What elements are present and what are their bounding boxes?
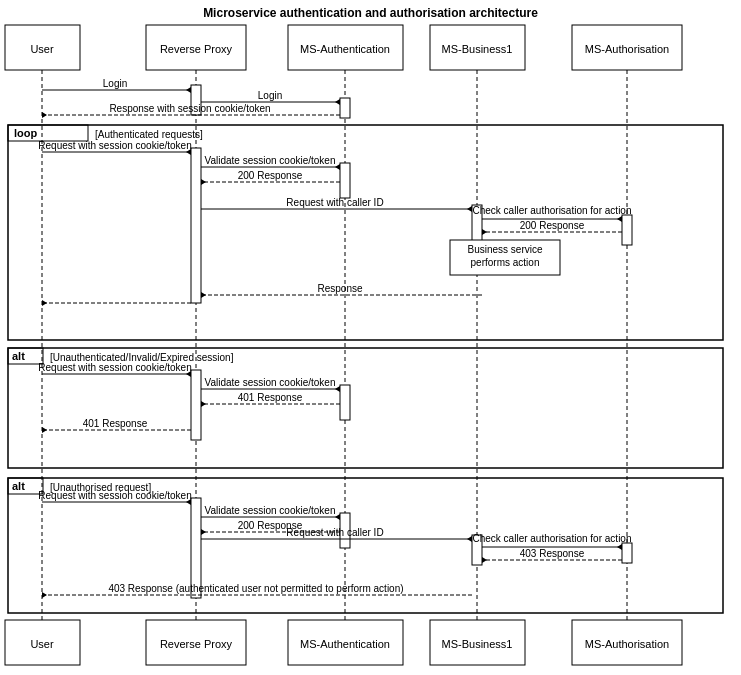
svg-marker-73 — [201, 401, 206, 407]
svg-text:Check caller authorisation for: Check caller authorisation for action — [473, 533, 632, 544]
svg-text:Response with session cookie/t: Response with session cookie/token — [109, 103, 270, 114]
svg-text:Login: Login — [103, 78, 127, 89]
svg-text:Login: Login — [258, 90, 282, 101]
svg-marker-47 — [617, 216, 622, 222]
svg-text:Request with session cookie/to: Request with session cookie/token — [38, 362, 191, 373]
svg-text:loop: loop — [14, 127, 37, 139]
svg-rect-65 — [340, 385, 350, 420]
svg-text:MS-Authorisation: MS-Authorisation — [585, 638, 669, 650]
svg-text:Validate session cookie/token: Validate session cookie/token — [204, 155, 335, 166]
svg-rect-31 — [340, 163, 350, 198]
svg-text:MS-Authentication: MS-Authentication — [300, 638, 390, 650]
svg-marker-99 — [617, 544, 622, 550]
svg-text:Request with session cookie/to: Request with session cookie/token — [38, 490, 191, 501]
svg-text:200 Response: 200 Response — [520, 220, 585, 231]
svg-text:Business service: Business service — [467, 244, 542, 255]
svg-marker-44 — [467, 206, 472, 212]
svg-marker-105 — [42, 592, 47, 598]
svg-text:Response: Response — [317, 283, 362, 294]
svg-text:Request with caller ID: Request with caller ID — [286, 527, 383, 538]
svg-text:200 Response: 200 Response — [238, 170, 303, 181]
svg-text:[Authenticated requests]: [Authenticated requests] — [95, 129, 203, 140]
svg-text:401 Response: 401 Response — [83, 418, 148, 429]
svg-marker-59 — [42, 300, 47, 306]
svg-rect-33 — [622, 215, 632, 245]
svg-marker-93 — [201, 529, 206, 535]
svg-rect-64 — [191, 370, 201, 440]
svg-marker-38 — [335, 164, 340, 170]
svg-text:Request with session cookie/to: Request with session cookie/token — [38, 140, 191, 151]
svg-marker-102 — [482, 557, 487, 563]
svg-text:User: User — [30, 638, 54, 650]
svg-text:Reverse Proxy: Reverse Proxy — [160, 43, 233, 55]
svg-marker-90 — [335, 514, 340, 520]
svg-text:alt: alt — [12, 350, 25, 362]
svg-text:MS-Authentication: MS-Authentication — [300, 43, 390, 55]
svg-text:performs action: performs action — [471, 257, 540, 268]
svg-text:alt: alt — [12, 480, 25, 492]
svg-text:403 Response: 403 Response — [520, 548, 585, 559]
svg-text:403 Response (authenticated us: 403 Response (authenticated user not per… — [108, 583, 403, 594]
svg-text:Check caller authorisation for: Check caller authorisation for action — [473, 205, 632, 216]
svg-marker-76 — [42, 427, 47, 433]
svg-text:Validate session cookie/token: Validate session cookie/token — [204, 505, 335, 516]
svg-text:User: User — [30, 43, 54, 55]
svg-rect-85 — [622, 543, 632, 563]
svg-text:Request with caller ID: Request with caller ID — [286, 197, 383, 208]
svg-marker-41 — [201, 179, 206, 185]
svg-text:Validate session cookie/token: Validate session cookie/token — [204, 377, 335, 388]
svg-text:Reverse Proxy: Reverse Proxy — [160, 638, 233, 650]
svg-text:MS-Business1: MS-Business1 — [442, 638, 513, 650]
svg-marker-21 — [335, 99, 340, 105]
svg-marker-18 — [186, 87, 191, 93]
svg-rect-30 — [191, 148, 201, 303]
svg-text:MS-Authorisation: MS-Authorisation — [585, 43, 669, 55]
svg-marker-56 — [201, 292, 206, 298]
svg-marker-50 — [482, 229, 487, 235]
svg-marker-96 — [467, 536, 472, 542]
sequence-diagram: Microservice authentication and authoris… — [0, 0, 741, 675]
svg-marker-70 — [335, 386, 340, 392]
svg-rect-16 — [340, 98, 350, 118]
svg-marker-24 — [42, 112, 47, 118]
svg-text:MS-Business1: MS-Business1 — [442, 43, 513, 55]
svg-text:401 Response: 401 Response — [238, 392, 303, 403]
